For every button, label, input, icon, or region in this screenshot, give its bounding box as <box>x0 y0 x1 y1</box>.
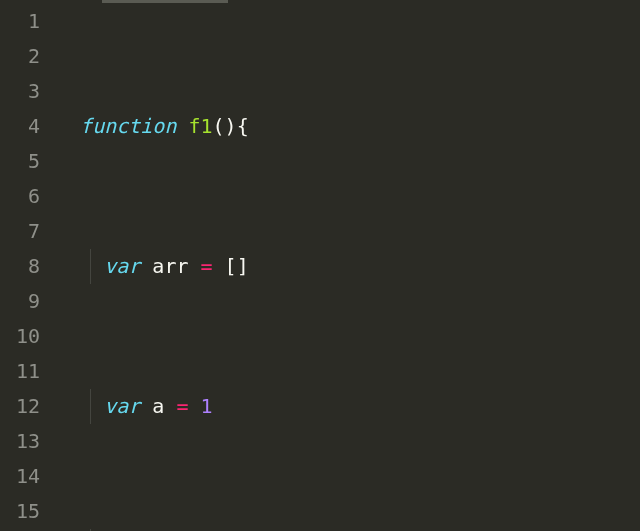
line-number: 5 <box>0 144 40 179</box>
token-brackets: [] <box>225 254 249 278</box>
line-number: 10 <box>0 319 40 354</box>
line-number: 15 <box>0 494 40 529</box>
code-line[interactable]: var a = 1 <box>56 389 640 424</box>
line-number: 11 <box>0 354 40 389</box>
token-function-name: f1 <box>188 114 212 138</box>
line-number: 6 <box>0 179 40 214</box>
line-number-gutter: 1 2 3 4 5 6 7 8 9 10 11 12 13 14 15 <box>0 0 52 531</box>
code-line[interactable]: var arr = [] <box>56 249 640 284</box>
token-operator: = <box>176 394 188 418</box>
token-operator: = <box>201 254 213 278</box>
code-editor[interactable]: 1 2 3 4 5 6 7 8 9 10 11 12 13 14 15 func… <box>0 0 640 531</box>
code-area[interactable]: function f1(){ var arr = [] var a = 1 fo… <box>52 0 640 531</box>
token-brace: { <box>237 114 249 138</box>
line-number: 13 <box>0 424 40 459</box>
token-number: 1 <box>201 394 213 418</box>
token-ident: a <box>152 394 164 418</box>
token-keyword: var <box>104 394 140 418</box>
line-number: 8 <box>0 249 40 284</box>
line-number: 12 <box>0 389 40 424</box>
token-ident: arr <box>152 254 188 278</box>
line-number: 4 <box>0 109 40 144</box>
line-number: 9 <box>0 284 40 319</box>
token-keyword: var <box>104 254 140 278</box>
line-number: 2 <box>0 39 40 74</box>
code-line[interactable]: function f1(){ <box>56 109 640 144</box>
token-keyword: function <box>80 114 176 138</box>
line-number: 14 <box>0 459 40 494</box>
line-number: 1 <box>0 4 40 39</box>
line-number: 7 <box>0 214 40 249</box>
token-punct: () <box>213 114 237 138</box>
line-number: 3 <box>0 74 40 109</box>
